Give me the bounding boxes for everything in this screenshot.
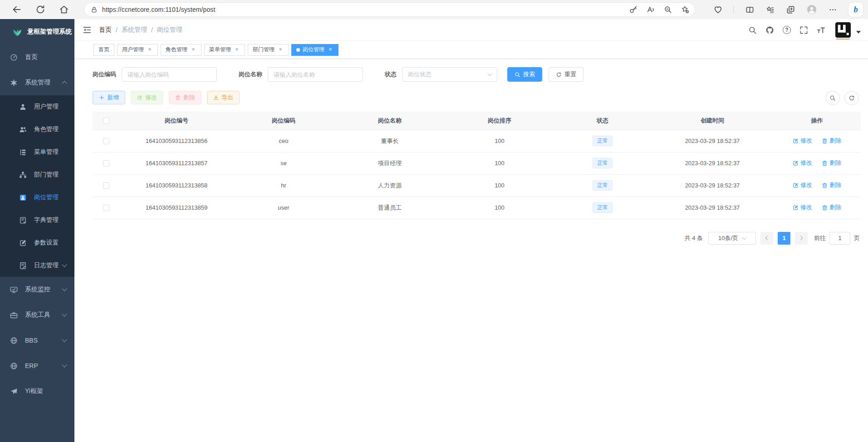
status-badge: 正常 [593, 202, 613, 213]
sidebar-item-department-management[interactable]: 部门管理 [0, 163, 74, 186]
tab-menu-management[interactable]: 菜单管理 × [204, 44, 245, 56]
post-code-label: 岗位编码 [93, 70, 116, 79]
fullscreen-icon[interactable] [799, 26, 808, 34]
sidebar-item-home[interactable]: 首页 [0, 44, 74, 70]
row-delete-link[interactable]: 删除 [822, 181, 841, 189]
sidebar-item-system-management[interactable]: 系统管理 [0, 70, 74, 95]
sidebar-item-label: 参数设置 [34, 239, 59, 247]
next-page-button[interactable] [795, 232, 808, 245]
sidebar-fold-icon[interactable] [83, 25, 92, 34]
favorites-icon[interactable] [766, 5, 775, 14]
tab-role-management[interactable]: 角色管理 × [161, 44, 201, 56]
row-edit-link[interactable]: 修改 [793, 203, 812, 211]
browser-menu-icon[interactable] [829, 5, 837, 14]
page-size-select[interactable]: 10条/页 [708, 232, 756, 245]
user-avatar[interactable] [835, 22, 851, 38]
row-checkbox[interactable] [103, 138, 109, 144]
sidebar-item-post-management[interactable]: 岗位管理 [0, 186, 74, 209]
row-delete-link[interactable]: 删除 [822, 203, 841, 211]
delete-button[interactable]: 删除 [169, 91, 201, 104]
browser-home-icon[interactable] [59, 5, 69, 15]
address-bar[interactable]: https://ccnetcore.com:1101/system/post [84, 3, 695, 16]
tab-department-management[interactable]: 部门管理 × [248, 44, 289, 56]
chevron-left-icon [765, 236, 770, 241]
breadcrumb: 首页 / 系统管理 / 岗位管理 [99, 26, 182, 34]
post-code-input[interactable] [122, 67, 217, 82]
sidebar-item-label: ERP [25, 362, 38, 369]
search-button[interactable]: 搜索 [507, 67, 542, 82]
row-edit-link[interactable]: 修改 [793, 159, 812, 167]
tab-label: 首页 [98, 46, 109, 54]
goto-page-input[interactable] [829, 232, 850, 245]
help-icon[interactable]: ? [783, 26, 791, 34]
split-screen-icon[interactable] [745, 5, 754, 14]
sidebar-item-erp[interactable]: ERP [0, 353, 74, 378]
tab-home[interactable]: 首页 [93, 44, 114, 56]
tab-user-management[interactable]: 用户管理 × [117, 44, 158, 56]
browser-back-icon[interactable] [12, 5, 22, 15]
close-icon[interactable]: × [277, 47, 284, 53]
browser-refresh-icon[interactable] [35, 5, 45, 15]
export-button[interactable]: 导出 [207, 91, 240, 104]
sidebar-item-yi-framework[interactable]: Yi框架 [0, 378, 74, 404]
url-text[interactable]: https://ccnetcore.com:1101/system/post [102, 6, 620, 13]
cell-post-code: se [233, 152, 334, 174]
row-checkbox[interactable] [103, 182, 109, 189]
sidebar-item-dictionary-management[interactable]: 字典管理 [0, 209, 74, 231]
user-menu-caret-icon[interactable] [856, 31, 861, 34]
reset-button[interactable]: 重置 [549, 67, 584, 82]
row-delete-link[interactable]: 删除 [822, 137, 841, 145]
cell-post-name: 人力资源 [334, 174, 446, 196]
sidebar-item-bbs[interactable]: BBS [0, 328, 74, 353]
cell-created-time: 2023-03-29 18:52:37 [652, 152, 773, 174]
password-key-icon[interactable] [629, 5, 638, 14]
github-icon[interactable] [765, 26, 774, 34]
sidebar-item-menu-management[interactable]: 菜单管理 [0, 141, 74, 163]
close-icon[interactable]: × [234, 47, 240, 53]
sidebar-item-role-management[interactable]: 角色管理 [0, 118, 74, 141]
row-edit-link[interactable]: 修改 [793, 181, 812, 189]
breadcrumb-home[interactable]: 首页 [99, 26, 112, 34]
app-frame: 意框架管理系统 首页 系统管理 用户管理 角色管理 菜单管理 [0, 19, 868, 442]
page-1-button[interactable]: 1 [778, 232, 790, 245]
close-icon[interactable]: × [190, 47, 196, 53]
sidebar-item-log-management[interactable]: 日志管理 [0, 254, 74, 277]
tab-post-management[interactable]: 岗位管理 × [291, 44, 338, 56]
browser-essentials-icon[interactable] [714, 5, 722, 14]
sidebar-item-system-monitor[interactable]: 系统监控 [0, 277, 74, 302]
font-size-icon[interactable] [817, 26, 825, 34]
sidebar-item-label: 日志管理 [34, 261, 59, 270]
status-label: 状态 [385, 70, 397, 79]
add-favorite-icon[interactable] [681, 5, 689, 14]
sidebar-item-user-management[interactable]: 用户管理 [0, 95, 74, 118]
add-button[interactable]: 新增 [93, 91, 125, 104]
prev-page-button[interactable] [760, 232, 773, 245]
table-row: 1641030593112313856 ceo 董事长 100 正常 2023-… [93, 130, 861, 152]
status-select[interactable]: 岗位状态 [402, 67, 497, 82]
lock-icon[interactable] [91, 6, 98, 13]
app-logo[interactable]: 意框架管理系统 [0, 19, 74, 44]
edit-button[interactable]: 修改 [131, 91, 163, 104]
status-badge: 正常 [593, 136, 613, 147]
read-aloud-icon[interactable] [647, 5, 655, 14]
row-checkbox[interactable] [103, 205, 109, 211]
cell-post-code: ceo [233, 130, 334, 152]
header-search-icon[interactable] [748, 26, 757, 34]
sidebar-item-system-tools[interactable]: 系统工具 [0, 302, 74, 328]
sidebar-item-parameter-settings[interactable]: 参数设置 [0, 231, 74, 254]
row-edit-link[interactable]: 修改 [793, 137, 812, 145]
refresh-icon [556, 72, 562, 78]
row-delete-link[interactable]: 删除 [822, 159, 841, 167]
post-name-input[interactable] [268, 67, 363, 82]
refresh-table-button[interactable] [844, 91, 859, 105]
row-checkbox[interactable] [103, 160, 109, 167]
collections-icon[interactable] [786, 5, 795, 14]
select-all-checkbox[interactable] [103, 118, 109, 124]
close-icon[interactable]: × [327, 47, 333, 53]
toggle-search-button[interactable] [825, 91, 840, 105]
zoom-out-icon[interactable] [664, 5, 672, 14]
browser-profile-avatar[interactable] [807, 5, 817, 15]
close-icon[interactable]: × [147, 47, 153, 53]
copilot-button[interactable]: b [848, 2, 863, 17]
cell-post-sort: 100 [446, 196, 554, 219]
